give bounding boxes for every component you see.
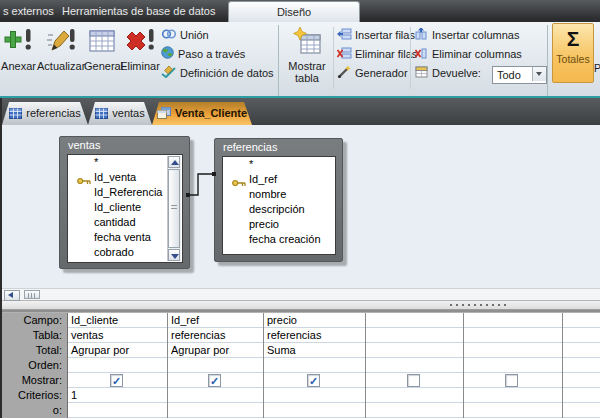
scroll-left-button[interactable] (4, 290, 20, 301)
totals-button[interactable]: Σ Totales (552, 23, 594, 83)
check-icon: ✓ (209, 375, 220, 387)
table-window-ventas-title[interactable]: ventas (68, 138, 100, 153)
mostrar-checkbox-3[interactable] (407, 374, 420, 387)
field-name: descripción (249, 203, 305, 215)
grid-cell-total-0[interactable]: Agrupar por (71, 343, 129, 358)
field-row[interactable]: cobrado (68, 245, 182, 260)
tab-venta-cliente-label: Venta_Cliente (175, 107, 247, 119)
field-list-scrollbar[interactable] (167, 156, 181, 261)
row-label-orden: Orden: (0, 358, 67, 373)
mostrar-checkbox-2[interactable]: ✓ (307, 374, 320, 387)
field-row[interactable]: * (68, 155, 182, 170)
show-table-button[interactable]: Mostrar tabla (283, 23, 331, 81)
builder-button[interactable]: Generador (337, 65, 408, 82)
field-row[interactable]: nombre (223, 187, 335, 202)
crosstab-button[interactable]: General (84, 23, 120, 81)
row-label-tabla: Tabla: (0, 328, 67, 343)
grid-cell-campo-1[interactable]: Id_ref (171, 313, 199, 328)
builder-label: Generador (355, 67, 408, 79)
grid-cell-tabla-0[interactable]: ventas (71, 328, 103, 343)
mostrar-checkbox-0[interactable]: ✓ (110, 374, 123, 387)
scrollbar-thumb[interactable] (168, 169, 180, 248)
data-definition-label: Definición de datos (180, 67, 274, 79)
field-row[interactable]: Id_ref (223, 172, 335, 187)
delete-rows-button[interactable]: Eliminar filas (337, 46, 417, 63)
field-row[interactable]: precio (223, 217, 335, 232)
crosstab-table-icon (84, 23, 120, 60)
field-row[interactable]: fecha venta (68, 230, 182, 245)
append-button[interactable]: Anexar (0, 23, 37, 81)
field-row[interactable]: fecha creación (223, 232, 335, 247)
mostrar-checkbox-1[interactable]: ✓ (208, 374, 221, 387)
grid-cell-criterios-0[interactable]: 1 (71, 388, 77, 403)
grid-cell-campo-0[interactable]: Id_cliente (71, 313, 118, 328)
field-row[interactable]: Id_cliente (68, 200, 182, 215)
grid-cell-total-2[interactable]: Suma (267, 343, 296, 358)
query-icon (157, 104, 171, 127)
parameters-button-partial[interactable]: Pa (594, 62, 600, 74)
data-definition-icon (161, 65, 177, 83)
append-button-label: Anexar (0, 60, 37, 72)
row-label-total: Total: (0, 343, 67, 358)
grid-cells-area[interactable] (67, 313, 600, 418)
ribbon-tab-external-data[interactable]: s externos (3, 0, 54, 22)
field-row[interactable]: Id_Referencia (68, 185, 182, 200)
field-row[interactable]: * (223, 157, 335, 172)
group-separator (278, 25, 279, 97)
horizontal-scrollbar-thumb[interactable] (24, 290, 40, 299)
grid-cell-tabla-1[interactable]: referencias (171, 328, 225, 343)
return-label: Devuelve: (432, 67, 481, 79)
scroll-down-icon (171, 254, 179, 259)
field-row[interactable]: descripción (223, 202, 335, 217)
query-design-surface: ventas * Id_venta Id_Referencia (0, 125, 600, 288)
scroll-up-button[interactable] (168, 156, 180, 168)
grid-cell-campo-2[interactable]: precio (267, 313, 297, 328)
tab-venta-cliente[interactable]: Venta_Cliente (152, 102, 252, 125)
design-horizontal-scrollbar[interactable] (0, 288, 600, 301)
ribbon-tab-database-tools[interactable]: Herramientas de base de datos (62, 0, 215, 22)
table-window-ventas[interactable]: ventas * Id_venta Id_Referencia (59, 136, 190, 269)
field-row[interactable]: Id_venta (68, 170, 182, 185)
mostrar-checkbox-4[interactable] (505, 374, 518, 387)
append-icon (0, 23, 37, 60)
return-combobox[interactable]: Todo (492, 66, 547, 84)
delete-query-icon (120, 23, 160, 60)
return-dropdown-button[interactable] (532, 67, 546, 81)
tab-referencias[interactable]: referencias (2, 102, 88, 125)
union-icon (161, 28, 177, 45)
pane-splitter[interactable] (0, 301, 600, 310)
field-name: nombre (249, 188, 286, 200)
table-window-referencias[interactable]: referencias * Id_ref nombre (214, 138, 343, 262)
scroll-down-button[interactable] (168, 249, 180, 261)
field-row[interactable]: cantidad (68, 215, 182, 230)
ribbon-tab-bar: s externos Herramientas de base de datos… (0, 0, 600, 22)
insert-columns-button[interactable]: Insertar columnas (415, 27, 519, 44)
row-label-mostrar: Mostrar: (0, 373, 67, 388)
return-row: Devuelve: (415, 65, 481, 82)
access-query-design-window: s externos Herramientas de base de datos… (0, 0, 600, 418)
delete-query-button[interactable]: Eliminar (120, 23, 160, 81)
pass-through-button[interactable]: Paso a través (161, 46, 245, 63)
query-grid: Campo: Tabla: Total: Orden: Mostrar: Cri… (0, 310, 600, 418)
update-button[interactable]: Actualizar (37, 23, 84, 81)
grid-row-labels: Campo: Tabla: Total: Orden: Mostrar: Cri… (0, 313, 67, 418)
delete-query-button-label: Eliminar (120, 60, 160, 72)
grid-column-border (365, 313, 366, 418)
ribbon-tab-design[interactable]: Diseño (228, 1, 360, 23)
show-table-icon (283, 23, 331, 60)
insert-rows-icon (337, 28, 352, 45)
tab-ventas[interactable]: ventas (88, 102, 152, 125)
row-label-criterios: Criterios: (0, 388, 67, 403)
grid-cell-total-1[interactable]: Agrupar por (171, 343, 229, 358)
delete-columns-button[interactable]: Eliminar columnas (415, 46, 522, 63)
grid-column-border (562, 313, 563, 418)
insert-rows-button[interactable]: Insertar filas (337, 27, 415, 44)
data-definition-button[interactable]: Definición de datos (161, 65, 274, 82)
union-button[interactable]: Unión (161, 27, 209, 44)
join-line[interactable] (183, 166, 219, 202)
delete-rows-label: Eliminar filas (355, 48, 417, 60)
table-window-referencias-title[interactable]: referencias (223, 140, 277, 155)
grid-cell-tabla-2[interactable]: referencias (267, 328, 321, 343)
scroll-up-icon (171, 160, 179, 165)
row-label-campo: Campo: (0, 313, 67, 328)
